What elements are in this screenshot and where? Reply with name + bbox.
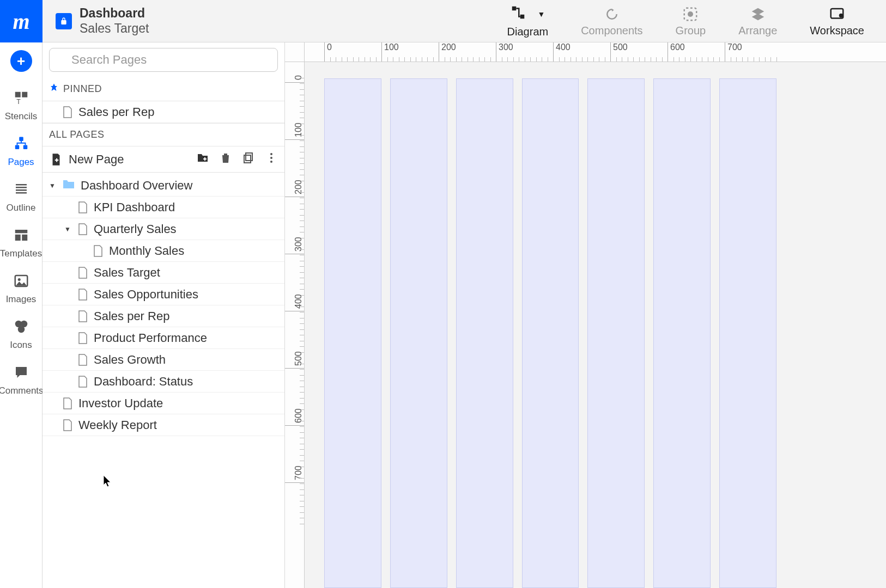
ruler-tick-major: 0 xyxy=(324,42,332,62)
rail-comments[interactable]: Comments xyxy=(0,363,42,396)
expand-toggle-icon[interactable]: ▼ xyxy=(49,182,57,189)
pinned-item[interactable]: Sales per Rep xyxy=(43,101,284,123)
icons-icon xyxy=(11,317,31,336)
rail-icons[interactable]: Icons xyxy=(0,317,42,351)
svg-rect-10 xyxy=(15,145,19,150)
tree-item-label: Monthly Sales xyxy=(109,244,184,258)
breadcrumb-current[interactable]: Sales Target xyxy=(80,21,149,36)
svg-point-19 xyxy=(17,326,25,333)
page-icon xyxy=(77,223,88,236)
lock-icon[interactable] xyxy=(56,13,72,29)
page-icon xyxy=(77,266,88,279)
svg-rect-22 xyxy=(56,158,57,162)
rail-pages[interactable]: Pages xyxy=(0,134,42,168)
diagram-label: Diagram xyxy=(507,26,549,38)
ruler-vertical[interactable]: 0100200300400500600700 xyxy=(285,62,305,588)
page-icon xyxy=(77,288,88,301)
tree-item-label: Dashboard Overview xyxy=(81,179,192,193)
tree-item-label: Dashboard: Status xyxy=(94,375,193,389)
svg-rect-14 xyxy=(22,235,27,241)
rail-outline[interactable]: Outline xyxy=(0,180,42,213)
outline-icon xyxy=(11,180,31,199)
artboard[interactable] xyxy=(305,62,886,588)
breadcrumb-parent[interactable]: Dashboard xyxy=(80,6,149,21)
workspace-label: Workspace xyxy=(810,24,864,37)
templates-icon xyxy=(11,225,31,245)
page-icon xyxy=(77,310,88,323)
page-icon xyxy=(62,106,73,119)
folder-item[interactable]: ▼Dashboard Overview xyxy=(43,175,284,197)
new-folder-icon[interactable] xyxy=(196,151,209,168)
page-icon xyxy=(77,353,88,366)
svg-rect-12 xyxy=(15,230,27,233)
page-item[interactable]: Sales Target xyxy=(43,262,284,284)
rail-templates[interactable]: Templates xyxy=(0,225,42,259)
grid-column xyxy=(719,78,776,588)
rail-label: Stencils xyxy=(5,111,38,122)
page-icon xyxy=(62,397,73,410)
page-item[interactable]: Investor Update xyxy=(43,393,284,414)
svg-point-16 xyxy=(17,278,20,281)
page-item[interactable]: Sales Growth xyxy=(43,349,284,371)
svg-point-3 xyxy=(688,11,693,17)
ruler-tick-major: 700 xyxy=(725,42,742,62)
page-item[interactable]: Monthly Sales xyxy=(43,240,284,262)
more-icon[interactable] xyxy=(265,151,278,168)
group-icon xyxy=(682,6,699,22)
grid-column xyxy=(587,78,645,588)
rail-images[interactable]: Images xyxy=(0,271,42,305)
ruler-tick-major: 600 xyxy=(667,42,685,62)
ruler-corner xyxy=(285,42,305,62)
page-icon xyxy=(77,332,88,345)
diagram-icon xyxy=(510,4,526,23)
group-button[interactable]: Group xyxy=(676,6,706,37)
components-button[interactable]: Components xyxy=(581,6,642,37)
new-page-label[interactable]: New Page xyxy=(69,152,124,167)
pages-icon xyxy=(11,134,31,154)
delete-icon[interactable] xyxy=(219,151,232,168)
svg-point-5 xyxy=(839,13,843,17)
ruler-tick-major: 300 xyxy=(496,42,513,62)
tree-item-label: Sales Growth xyxy=(94,353,166,367)
images-icon xyxy=(11,271,31,291)
ruler-tick-major: 200 xyxy=(439,42,456,62)
all-pages-header: ALL PAGES xyxy=(43,123,284,146)
arrange-button[interactable]: Arrange xyxy=(738,6,777,37)
rail-stencils[interactable]: T Stencils xyxy=(0,88,42,122)
page-item[interactable]: Product Performance xyxy=(43,327,284,349)
diagram-dropdown[interactable]: ▼ Diagram xyxy=(507,4,549,38)
expand-toggle-icon[interactable]: ▼ xyxy=(64,225,72,233)
folder-icon xyxy=(62,179,75,193)
page-item[interactable]: KPI Dashboard xyxy=(43,197,284,218)
rail-label: Icons xyxy=(10,340,32,351)
page-icon xyxy=(62,419,73,432)
left-rail: + T Stencils Pages Outline Templates Ima… xyxy=(0,42,43,588)
mouse-cursor xyxy=(102,475,112,488)
new-page-icon[interactable] xyxy=(49,152,63,167)
rail-label: Images xyxy=(6,294,37,305)
page-item[interactable]: ▼Quarterly Sales xyxy=(43,218,284,240)
rail-label: Comments xyxy=(0,385,44,396)
page-item[interactable]: Weekly Report xyxy=(43,414,284,436)
svg-point-27 xyxy=(270,153,272,155)
stencils-icon: T xyxy=(11,88,31,108)
ruler-horizontal[interactable]: 0100200300400500600700 xyxy=(305,42,886,62)
svg-rect-7 xyxy=(22,92,27,97)
rail-label: Pages xyxy=(8,157,34,168)
tree-item-label: Quarterly Sales xyxy=(94,222,177,236)
svg-rect-0 xyxy=(512,7,517,11)
search-input[interactable] xyxy=(49,48,278,72)
app-logo[interactable]: m xyxy=(0,0,43,42)
add-button[interactable]: + xyxy=(10,50,32,72)
page-item[interactable]: Dashboard: Status xyxy=(43,371,284,393)
tree-item-label: KPI Dashboard xyxy=(94,200,175,215)
duplicate-icon[interactable] xyxy=(242,151,255,168)
new-page-row: New Page xyxy=(43,146,284,173)
page-item[interactable]: Sales Opportunities xyxy=(43,284,284,305)
page-item[interactable]: Sales per Rep xyxy=(43,305,284,327)
svg-point-28 xyxy=(270,157,272,159)
title-block: Dashboard Sales Target xyxy=(43,0,149,42)
pin-icon xyxy=(49,83,59,95)
workspace-button[interactable]: Workspace xyxy=(810,6,864,37)
ruler-tick-major: 500 xyxy=(610,42,628,62)
